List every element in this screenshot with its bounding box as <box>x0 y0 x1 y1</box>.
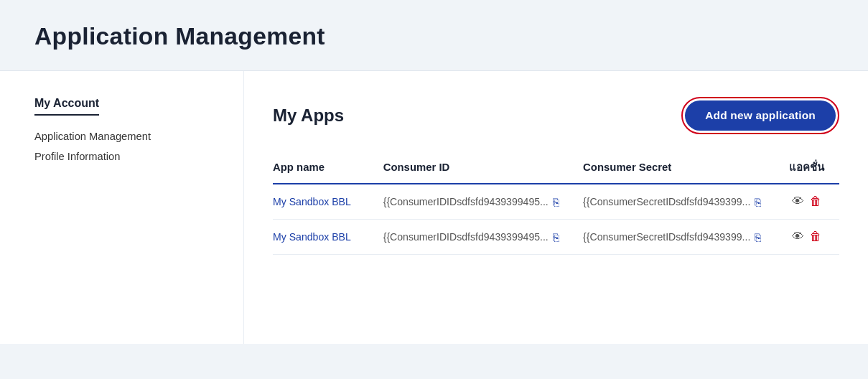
col-header-consumersecret: Consumer Secret <box>583 151 783 184</box>
table-body: My Sandbox BBL{{ConsumerIDIDsdfsfd943939… <box>273 184 839 255</box>
delete-icon[interactable]: 🗑 <box>810 195 822 209</box>
copy-consumer-id-icon[interactable]: ⎘ <box>553 196 559 208</box>
col-header-appname: App name <box>273 151 383 184</box>
actions-cell: 👁🗑 <box>783 195 831 209</box>
col-header-consumerid: Consumer ID <box>383 151 583 184</box>
view-icon[interactable]: 👁 <box>792 195 804 209</box>
copy-consumer-secret-icon[interactable]: ⎘ <box>755 196 761 208</box>
sidebar-account-label: My Account <box>34 97 99 116</box>
content-area: My Apps Add new application App name Con… <box>244 71 868 344</box>
app-name-link[interactable]: My Sandbox BBL <box>273 231 351 243</box>
app-name-link[interactable]: My Sandbox BBL <box>273 196 351 207</box>
actions-cell: 👁🗑 <box>783 230 831 244</box>
consumer-id-value: {{ConsumerIDIDsdfsfd9439399495... <box>383 231 549 243</box>
consumer-secret-value: {{ConsumerSecretIDsdfsfd9439399... <box>583 196 750 207</box>
add-application-button[interactable]: Add new application <box>685 100 836 131</box>
sidebar-link-application-management[interactable]: Application Management <box>34 131 151 142</box>
page-title: Application Management <box>34 23 834 50</box>
add-application-button-wrapper: Add new application <box>681 97 839 134</box>
apps-title: My Apps <box>273 106 344 126</box>
consumer-id-value: {{ConsumerIDIDsdfsfd9439399495... <box>383 196 549 207</box>
table-row: My Sandbox BBL{{ConsumerIDIDsdfsfd943939… <box>273 220 839 255</box>
sidebar-link-profile-information[interactable]: Profile Information <box>34 151 120 162</box>
main-layout: My Account Application Management Profil… <box>0 71 868 344</box>
copy-consumer-id-icon[interactable]: ⎘ <box>553 231 559 243</box>
sidebar-item-application-management[interactable]: Application Management <box>34 130 220 143</box>
apps-table: App name Consumer ID Consumer Secret แอค… <box>273 151 839 255</box>
view-icon[interactable]: 👁 <box>792 230 804 244</box>
sidebar: My Account Application Management Profil… <box>0 71 244 344</box>
page-header: Application Management <box>0 0 868 71</box>
table-header: App name Consumer ID Consumer Secret แอค… <box>273 151 839 184</box>
sidebar-item-profile-information[interactable]: Profile Information <box>34 150 220 163</box>
copy-consumer-secret-icon[interactable]: ⎘ <box>755 231 761 243</box>
sidebar-nav: Application Management Profile Informati… <box>34 130 220 163</box>
delete-icon[interactable]: 🗑 <box>810 230 822 244</box>
col-header-actions: แอคชั่น <box>783 151 839 184</box>
apps-header-row: My Apps Add new application <box>273 97 839 134</box>
consumer-secret-value: {{ConsumerSecretIDsdfsfd9439399... <box>583 231 750 243</box>
table-row: My Sandbox BBL{{ConsumerIDIDsdfsfd943939… <box>273 184 839 220</box>
